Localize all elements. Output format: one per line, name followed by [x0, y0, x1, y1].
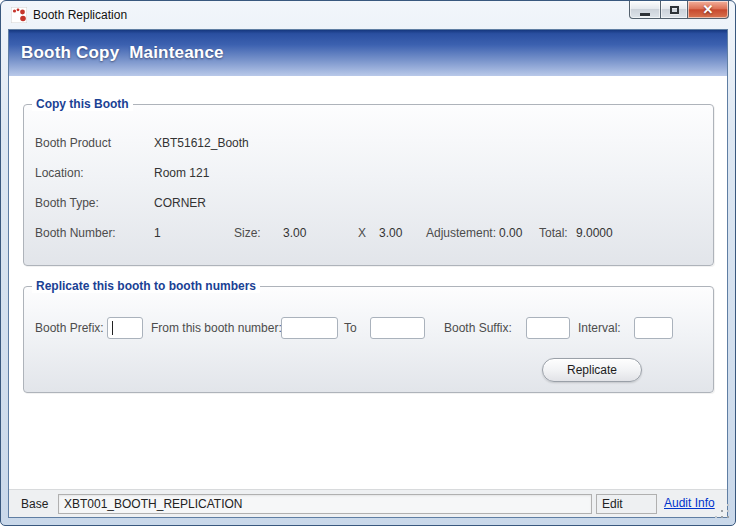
booth-type-value: CORNER — [154, 196, 206, 210]
interval-label: Interval: — [578, 321, 621, 335]
replicate-group-title: Replicate this booth to booth numbers — [32, 279, 260, 293]
from-booth-number-label: From this booth number: — [151, 321, 282, 335]
size-x-label: X — [358, 226, 366, 240]
total-value: 9.0000 — [576, 226, 613, 240]
maximize-button[interactable] — [660, 0, 688, 19]
page-header: Booth Copy Mainteance — [9, 30, 727, 76]
location-value: Room 121 — [154, 166, 209, 180]
close-icon: ✕ — [703, 1, 714, 18]
size-value-2: 3.00 — [379, 226, 402, 240]
text-caret — [112, 321, 113, 335]
to-booth-number-input[interactable] — [370, 317, 425, 339]
replicate-button[interactable]: Replicate — [542, 358, 642, 382]
booth-number-label: Booth Number: — [35, 226, 116, 240]
close-button[interactable]: ✕ — [687, 0, 729, 19]
booth-product-label: Booth Product — [35, 136, 111, 150]
window-controls: ✕ — [630, 0, 729, 19]
window: Booth Replication ✕ Booth Copy Mainteanc… — [0, 0, 736, 526]
minimize-button[interactable] — [629, 0, 661, 19]
copy-booth-group: Copy this Booth Booth Product XBT51612_B… — [23, 104, 714, 266]
mode-panel: Edit — [596, 494, 657, 514]
booth-product-value: XBT51612_Booth — [154, 136, 249, 150]
location-label: Location: — [35, 166, 84, 180]
client-area: Booth Copy Mainteance Copy this Booth Bo… — [8, 29, 728, 518]
to-label: To — [344, 321, 357, 335]
maximize-icon — [670, 6, 679, 14]
record-name-field: XBT001_BOOTH_REPLICATION — [58, 494, 592, 514]
resize-grip[interactable] — [721, 510, 723, 512]
page-title: Booth Copy Mainteance — [21, 43, 224, 63]
window-title: Booth Replication — [33, 8, 127, 22]
titlebar[interactable]: Booth Replication ✕ — [1, 1, 735, 29]
replicate-group: Replicate this booth to booth numbers Bo… — [23, 286, 714, 393]
app-icon — [11, 7, 27, 23]
total-label: Total: — [539, 226, 568, 240]
base-label: Base — [21, 497, 48, 511]
from-booth-number-input[interactable] — [281, 317, 338, 339]
booth-suffix-input[interactable] — [526, 317, 570, 339]
minimize-icon — [640, 13, 650, 16]
interval-input[interactable] — [634, 317, 673, 339]
size-label: Size: — [234, 226, 261, 240]
booth-prefix-label: Booth Prefix: — [35, 321, 104, 335]
booth-type-label: Booth Type: — [35, 196, 99, 210]
size-value: 3.00 — [283, 226, 306, 240]
adjustment-value: 0.00 — [499, 226, 522, 240]
audit-info-link[interactable]: Audit Info — [664, 496, 715, 510]
adjustment-label: Adjustement: — [426, 226, 496, 240]
statusbar: Base XBT001_BOOTH_REPLICATION Edit Audit… — [9, 489, 727, 517]
booth-number-value: 1 — [154, 226, 161, 240]
booth-suffix-label: Booth Suffix: — [444, 321, 512, 335]
copy-booth-group-title: Copy this Booth — [32, 97, 133, 111]
